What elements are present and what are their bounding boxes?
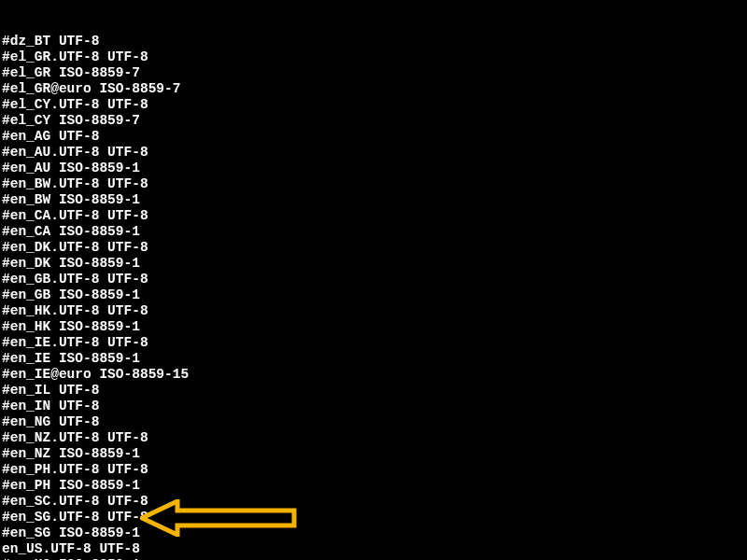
locale-line: #en_SG.UTF-8 UTF-8: [2, 510, 747, 525]
locale-line: #en_CA.UTF-8 UTF-8: [2, 208, 747, 224]
locale-line: #en_SG ISO-8859-1: [2, 525, 747, 541]
locale-line: #en_BW.UTF-8 UTF-8: [2, 176, 747, 192]
locale-line: #en_IL UTF-8: [2, 383, 747, 399]
locale-line: en_US.UTF-8 UTF-8: [2, 541, 747, 557]
locale-line: #en_NZ.UTF-8 UTF-8: [2, 430, 747, 446]
locale-line: #en_PH ISO-8859-1: [2, 478, 747, 494]
locale-line: #en_IN UTF-8: [2, 399, 747, 414]
terminal-viewport[interactable]: #dz_BT UTF-8#el_GR.UTF-8 UTF-8#el_GR ISO…: [0, 0, 747, 560]
locale-line: #el_GR@euro ISO-8859-7: [2, 81, 747, 97]
locale-line: #en_GB.UTF-8 UTF-8: [2, 272, 747, 287]
locale-line: #en_BW ISO-8859-1: [2, 192, 747, 208]
locale-line: #dz_BT UTF-8: [2, 34, 747, 49]
locale-line: #en_HK.UTF-8 UTF-8: [2, 303, 747, 319]
locale-line: #en_AU.UTF-8 UTF-8: [2, 145, 747, 161]
locale-line: #en_IE ISO-8859-1: [2, 351, 747, 367]
locale-line: #en_NG UTF-8: [2, 414, 747, 430]
locale-line: #en_IE.UTF-8 UTF-8: [2, 335, 747, 351]
locale-line: #en_PH.UTF-8 UTF-8: [2, 462, 747, 478]
locale-line: #en_CA ISO-8859-1: [2, 224, 747, 240]
locale-line: #el_CY.UTF-8 UTF-8: [2, 97, 747, 113]
locale-line: #el_GR.UTF-8 UTF-8: [2, 49, 747, 65]
locale-line: #el_CY ISO-8859-7: [2, 113, 747, 129]
locale-line: #el_GR ISO-8859-7: [2, 65, 747, 81]
locale-line: #en_DK ISO-8859-1: [2, 256, 747, 272]
locale-line: #en_GB ISO-8859-1: [2, 287, 747, 303]
locale-line: #en_SC.UTF-8 UTF-8: [2, 494, 747, 510]
locale-line: #en_IE@euro ISO-8859-15: [2, 367, 747, 383]
locale-line: #en_NZ ISO-8859-1: [2, 446, 747, 462]
locale-line: #en_DK.UTF-8 UTF-8: [2, 240, 747, 256]
locale-line: #en_HK ISO-8859-1: [2, 319, 747, 335]
locale-line: #en_AU ISO-8859-1: [2, 161, 747, 176]
locale-line: #en_AG UTF-8: [2, 129, 747, 145]
